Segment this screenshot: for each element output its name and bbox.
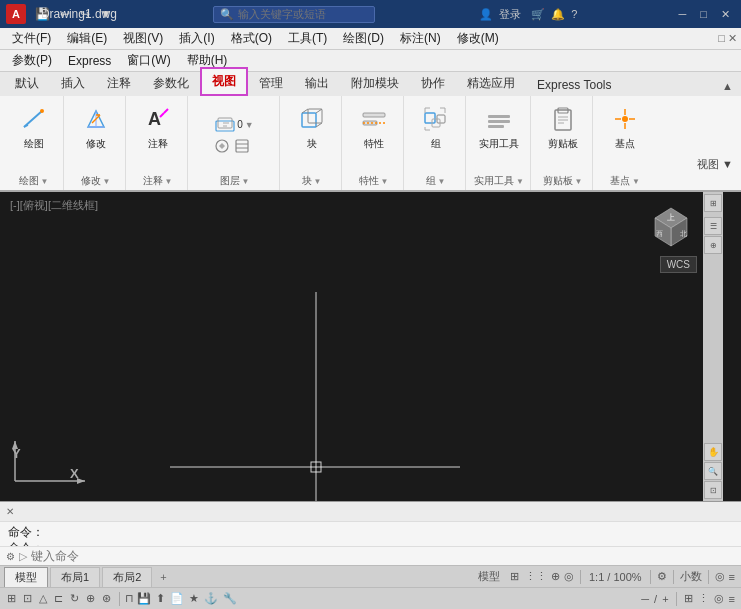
menu-format[interactable]: 格式(O): [223, 28, 280, 49]
tab-model[interactable]: 模型: [4, 567, 48, 587]
svg-rect-25: [363, 121, 377, 125]
view-nav-label[interactable]: 视图 ▼: [697, 157, 733, 172]
tab-params[interactable]: 参数化: [142, 70, 200, 96]
draw-dropdown[interactable]: ▼: [41, 177, 49, 186]
restore-btn[interactable]: □: [695, 6, 712, 22]
menu-bar-2: 参数(P) Express 窗口(W) 帮助(H): [0, 50, 741, 72]
menu-view[interactable]: 视图(V): [115, 28, 171, 49]
gear-settings-icon[interactable]: ⚙: [655, 570, 669, 583]
osnap-icon[interactable]: ◎: [562, 570, 576, 583]
minus-icon[interactable]: ─: [639, 593, 651, 605]
annotate-group-label: 注释 ▼: [143, 172, 173, 188]
snap-angle-btn[interactable]: ⊏: [51, 592, 66, 605]
upload-icon[interactable]: ⬆: [154, 592, 167, 605]
search-input[interactable]: [238, 8, 368, 20]
utility-btn[interactable]: 实用工具: [474, 100, 524, 154]
tab-manage[interactable]: 管理: [248, 70, 294, 96]
slash-icon[interactable]: /: [652, 593, 659, 605]
modify-btn[interactable]: 修改: [75, 100, 117, 154]
draw-btn[interactable]: 绘图: [13, 100, 55, 154]
tab-add-btn[interactable]: +: [154, 569, 172, 585]
snap-rotate-btn[interactable]: ↻: [67, 592, 82, 605]
tab-featured[interactable]: 精选应用: [456, 70, 526, 96]
close-btn[interactable]: ✕: [716, 6, 735, 23]
snap-star-btn[interactable]: ⊛: [99, 592, 114, 605]
tab-collab[interactable]: 协作: [410, 70, 456, 96]
search-box[interactable]: 🔍: [213, 6, 375, 23]
menu-tools[interactable]: 工具(T): [280, 28, 335, 49]
cmd-close-btn[interactable]: ✕: [6, 506, 14, 517]
tab-addons[interactable]: 附加模块: [340, 70, 410, 96]
menu-draw[interactable]: 绘图(D): [335, 28, 392, 49]
menu-expand[interactable]: □ ✕: [718, 32, 737, 45]
view-icon[interactable]: ◎: [713, 570, 727, 583]
menu-window[interactable]: 窗口(W): [119, 50, 178, 71]
save-icon[interactable]: 💾: [135, 592, 153, 605]
group-dropdown[interactable]: ▼: [438, 177, 446, 186]
circle-icon[interactable]: ◎: [712, 592, 726, 605]
plus-icon[interactable]: +: [660, 593, 670, 605]
basepoint-btn[interactable]: 基点: [604, 100, 646, 154]
menu-file[interactable]: 文件(F): [4, 28, 59, 49]
menu-express[interactable]: Express: [60, 52, 119, 70]
properties-dropdown[interactable]: ▼: [381, 177, 389, 186]
properties-btn[interactable]: 特性: [353, 100, 395, 154]
snap-dot-btn[interactable]: ⊡: [20, 592, 35, 605]
basepoint-dropdown[interactable]: ▼: [632, 177, 640, 186]
doc-icon[interactable]: 📄: [168, 592, 186, 605]
layers-dropdown-btn[interactable]: ▼: [242, 177, 250, 186]
menu-modify[interactable]: 修改(M): [449, 28, 507, 49]
block-btn[interactable]: 块: [291, 100, 333, 154]
anchor-icon[interactable]: ⚓: [202, 592, 220, 605]
snap-grid-btn[interactable]: ⊞: [4, 592, 19, 605]
drawing-canvas[interactable]: [-][俯视][二维线框] 上 西 北: [0, 192, 723, 501]
star-icon[interactable]: ★: [187, 592, 201, 605]
snap-triangle-btn[interactable]: △: [36, 592, 50, 605]
tab-express-tools[interactable]: Express Tools: [526, 73, 622, 96]
menu-dimension[interactable]: 标注(N): [392, 28, 449, 49]
snap-icon[interactable]: ⋮⋮: [523, 570, 549, 583]
grid-icon[interactable]: ⊞: [506, 570, 523, 583]
tab-insert[interactable]: 插入: [50, 70, 96, 96]
menu-params[interactable]: 参数(P): [4, 50, 60, 71]
layer-tool-1[interactable]: [213, 137, 231, 158]
minimize-btn[interactable]: ─: [674, 6, 692, 22]
utility-label: 实用工具: [479, 137, 519, 151]
layers-top-label: 0: [237, 119, 243, 130]
tab-view[interactable]: 视图: [200, 67, 248, 96]
tab-annotate[interactable]: 注释: [96, 70, 142, 96]
view-toggle-icon[interactable]: ⋮: [696, 592, 711, 605]
menu-edit[interactable]: 编辑(E): [59, 28, 115, 49]
layout-icon[interactable]: ≡: [727, 571, 737, 583]
sep-1: [580, 570, 581, 584]
layers-dropdown[interactable]: ▼: [245, 120, 254, 130]
tab-layout1[interactable]: 布局1: [50, 567, 100, 587]
box-icon[interactable]: ⊓: [125, 592, 134, 605]
help-icon[interactable]: ?: [571, 8, 577, 20]
menu-icon[interactable]: ≡: [727, 593, 737, 605]
polar-icon[interactable]: ⊕: [549, 570, 562, 583]
utility-dropdown[interactable]: ▼: [516, 177, 524, 186]
annotate-dropdown[interactable]: ▼: [165, 177, 173, 186]
draw-group-label: 绘图 ▼: [19, 172, 49, 188]
view-dropdown-btn[interactable]: 视图 ▼: [697, 96, 737, 190]
clipboard-dropdown[interactable]: ▼: [575, 177, 583, 186]
block-dropdown[interactable]: ▼: [314, 177, 322, 186]
layer-tool-2[interactable]: [233, 137, 251, 158]
scale-display[interactable]: 1:1 / 100%: [585, 571, 646, 583]
layout-toggle-icon[interactable]: ⊞: [682, 592, 695, 605]
cmd-input[interactable]: [31, 549, 735, 563]
annotate-btn[interactable]: A 注释: [137, 100, 179, 154]
tab-default[interactable]: 默认: [4, 70, 50, 96]
group-btn[interactable]: 组: [415, 100, 457, 154]
snap-cross-btn[interactable]: ⊕: [83, 592, 98, 605]
tab-output[interactable]: 输出: [294, 70, 340, 96]
layer-row1[interactable]: 0 ▼: [211, 115, 257, 135]
clipboard-btn[interactable]: 剪贴板: [542, 100, 584, 154]
modify-dropdown[interactable]: ▼: [103, 177, 111, 186]
tab-layout2[interactable]: 布局2: [102, 567, 152, 587]
menu-insert[interactable]: 插入(I): [171, 28, 222, 49]
tool-icon[interactable]: 🔧: [221, 592, 239, 605]
user-label[interactable]: 登录: [499, 7, 521, 22]
ribbon-expand-btn[interactable]: ▲: [718, 76, 737, 96]
